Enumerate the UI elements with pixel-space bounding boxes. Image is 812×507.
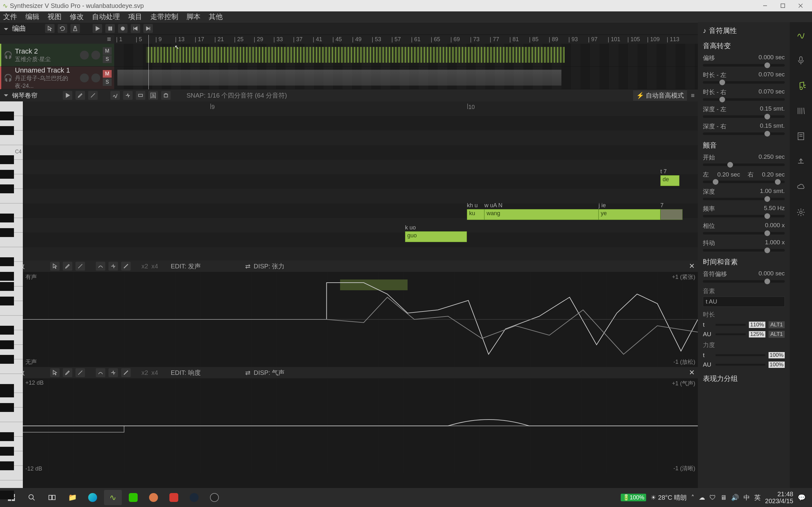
param1-x4[interactable]: x4: [151, 263, 158, 270]
val-au-force[interactable]: 100%: [768, 361, 785, 368]
ime-lang[interactable]: 中: [744, 493, 750, 502]
param2-body[interactable]: +12 dB -12 dB +1 (气声) -1 (清晰): [0, 378, 698, 473]
param2-curve-2[interactable]: [108, 368, 118, 377]
param1-tool-line[interactable]: [75, 262, 85, 271]
weather-widget[interactable]: ☀ 28°C 晴朗: [651, 493, 687, 502]
param2-curve-3[interactable]: [121, 368, 131, 377]
swap-icon-2[interactable]: ⇄: [245, 369, 251, 377]
slider-vibdep[interactable]: [703, 198, 785, 200]
minimize-button[interactable]: [756, 0, 774, 11]
param1-edit[interactable]: EDIT: 发声: [171, 262, 200, 271]
snap-label[interactable]: SNAP: 1/16 个四分音符 (64 分音符): [187, 91, 287, 100]
param2-curve[interactable]: [23, 378, 698, 473]
ime-mode[interactable]: 英: [754, 493, 761, 502]
slider-vibfreq[interactable]: [703, 215, 785, 217]
track1-knob1[interactable]: [80, 51, 89, 60]
param1-curve-3[interactable]: [121, 262, 131, 271]
battery-indicator[interactable]: 🔋100%: [621, 494, 646, 501]
param2-x4[interactable]: x4: [151, 369, 158, 377]
slider-t-force[interactable]: [716, 354, 765, 356]
piano-ruler[interactable]: | 9 | 10: [23, 101, 698, 110]
piano-mode-3[interactable]: [136, 91, 145, 100]
slider-au-dur[interactable]: [716, 333, 746, 335]
param1-tool-pointer[interactable]: [50, 262, 60, 271]
notifications-icon[interactable]: 💬: [798, 494, 806, 501]
transport-back[interactable]: [131, 24, 140, 33]
menu-other[interactable]: 其他: [209, 12, 223, 21]
app-icon-1[interactable]: [145, 490, 162, 505]
panel-mic-icon[interactable]: [795, 54, 807, 66]
menu-project[interactable]: 项目: [128, 12, 142, 21]
tray-defender-icon[interactable]: 🛡: [710, 494, 716, 501]
menu-edit[interactable]: 编辑: [26, 12, 39, 21]
transport-play[interactable]: [93, 24, 102, 33]
track1-solo[interactable]: S: [103, 55, 112, 63]
param2-edit[interactable]: EDIT: 响度: [171, 369, 200, 377]
piano-tool-play[interactable]: [63, 91, 72, 100]
val-au-dur[interactable]: 125%: [749, 331, 765, 337]
collapse-piano-icon[interactable]: [3, 93, 9, 98]
slider-durr[interactable]: [703, 98, 785, 101]
clock[interactable]: 21:482023/4/15: [765, 491, 793, 504]
arranger-menu-icon[interactable]: ≡: [0, 35, 114, 44]
arranger-timeline[interactable]: | 1| 5| 9| 13| 17| 21| 25| 29| 33| 37| 4…: [114, 35, 698, 89]
slider-vibphase[interactable]: [703, 232, 785, 234]
alt-t[interactable]: ALT1: [768, 321, 785, 328]
obs-icon[interactable]: [206, 490, 223, 505]
param1-curve-1[interactable]: [96, 262, 105, 271]
param1-tool-pencil[interactable]: [63, 262, 72, 271]
tray-onedrive-icon[interactable]: ☁: [699, 494, 705, 501]
panel-settings-icon[interactable]: [795, 206, 807, 219]
slider-durl[interactable]: [703, 81, 785, 83]
note-n-ye[interactable]: ye: [599, 209, 660, 220]
piano-tool-pencil[interactable]: [75, 91, 85, 100]
track-header-1[interactable]: 🎧 Track 2 五维介质·星尘 M S: [0, 44, 114, 66]
track2-lane[interactable]: [114, 66, 698, 89]
piano-grid[interactable]: | 9 | 10 guok uokukh uwangw uA Nyej iede…: [23, 101, 698, 261]
explorer-icon[interactable]: 📁: [63, 490, 81, 505]
piano-mode-5[interactable]: [161, 91, 171, 100]
close-button[interactable]: [792, 0, 809, 11]
param2-x2[interactable]: x2: [142, 369, 148, 377]
note-n-ku[interactable]: ku: [467, 209, 484, 220]
track2-solo[interactable]: S: [103, 78, 112, 86]
val-t-dur[interactable]: 110%: [749, 322, 765, 328]
note-n-de[interactable]: de: [660, 175, 679, 186]
tray-expand-icon[interactable]: ˄: [691, 494, 694, 501]
track1-mute[interactable]: M: [103, 47, 112, 55]
slider-t-dur[interactable]: [716, 324, 746, 326]
panel-render-icon[interactable]: [795, 155, 807, 168]
param1-close-icon[interactable]: ✕: [689, 262, 695, 270]
synthv-icon[interactable]: ∿: [104, 490, 122, 505]
param1-curve[interactable]: [23, 272, 698, 367]
param2-disp[interactable]: DISP: 气声: [254, 369, 285, 377]
piano-mode-4[interactable]: 国: [148, 91, 158, 100]
track1-lane[interactable]: [114, 44, 698, 66]
tool-loop[interactable]: [58, 24, 67, 33]
note-n-guo[interactable]: guo: [405, 231, 467, 242]
slider-vibjit[interactable]: [703, 249, 785, 251]
wechat-icon[interactable]: [124, 490, 142, 505]
panel-cloud-icon[interactable]: [795, 181, 807, 193]
collapse-arranger-icon[interactable]: [3, 26, 9, 32]
menu-view[interactable]: 视图: [48, 12, 61, 21]
piano-keyboard[interactable]: C4: [0, 101, 23, 261]
task-view-button[interactable]: [43, 490, 61, 505]
playhead[interactable]: [148, 35, 149, 89]
search-button[interactable]: [23, 490, 41, 505]
menu-script[interactable]: 脚本: [187, 12, 200, 21]
slider-viblr[interactable]: [703, 181, 785, 183]
midi-region[interactable]: [146, 47, 565, 63]
menu-modify[interactable]: 修改: [70, 12, 84, 21]
transport-fwd[interactable]: [143, 24, 153, 33]
steam-icon[interactable]: [185, 490, 203, 505]
slider-offset[interactable]: [703, 64, 785, 66]
note-n-wang[interactable]: wang: [484, 209, 599, 220]
panel-library-icon[interactable]: [795, 105, 807, 117]
panel-logo-icon[interactable]: [795, 29, 807, 41]
slider-noteoff[interactable]: [703, 280, 785, 283]
phoneme-input[interactable]: t AU: [703, 297, 785, 307]
tool-metronome[interactable]: [70, 24, 80, 33]
transport-pause[interactable]: [105, 24, 115, 33]
track2-mute[interactable]: M: [103, 70, 112, 78]
